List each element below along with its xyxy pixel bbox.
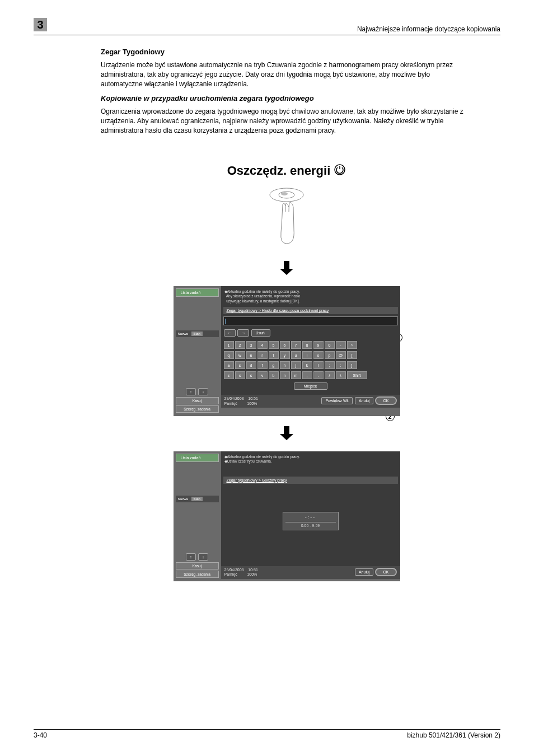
key-9[interactable]: 9 [313,341,324,349]
key-][interactable]: ] [347,361,357,369]
breadcrumb-bar: Zegar tygodniowy > Godziny pracy [223,477,398,484]
subsection-title: Kopiowanie w przypadku uruchomienia zega… [101,94,472,102]
key-z[interactable]: z [224,371,234,379]
key-c[interactable]: c [246,371,256,379]
key--[interactable]: - [336,341,346,349]
time-input[interactable]: -:-- 0:05 - 9:59 [283,512,339,530]
key-^[interactable]: ^ [347,341,357,349]
key-k[interactable]: k [302,361,312,369]
info-message: ◆Aktualna godzina nie należy do godzin p… [223,288,398,305]
key-j[interactable]: j [291,361,301,369]
key-0[interactable]: 0 [325,341,335,349]
status-date: 29/04/2008 [224,396,244,400]
key-u[interactable]: u [291,351,301,359]
job-list-button[interactable]: Lista zadań [176,454,219,462]
key-4[interactable]: 4 [257,341,268,349]
finger-press-illustration [101,185,472,248]
key-y[interactable]: y [280,351,290,359]
key-e[interactable]: e [246,351,256,359]
key-:[interactable]: : [336,361,346,369]
key-l[interactable]: l [313,361,324,369]
key-h[interactable]: h [280,361,290,369]
power-icon [334,164,346,179]
sidebar-col-name: Nazwa [176,332,190,336]
product-name: bizhub 501/421/361 (Version 2) [407,731,500,739]
sidebar-col-name: Nazwa [176,497,190,501]
keyboard-delete-button[interactable]: Usuń [251,329,270,337]
password-input[interactable]: | [223,316,398,325]
arrow-left-button[interactable]: ← [224,329,236,337]
breadcrumb-bar: Zegar tygodniowy > Hasło dla czasu poza … [223,307,398,314]
key-;[interactable]: ; [325,361,335,369]
job-details-button[interactable]: Szczeg. zadania [176,405,219,413]
key-m[interactable]: m [291,371,301,379]
cancel-button[interactable]: Anuluj [355,397,373,404]
key-f[interactable]: f [257,361,268,369]
key-p[interactable]: p [325,351,335,359]
page-number: 3-40 [34,731,47,739]
nav-up-button[interactable]: ↑ [186,553,196,561]
page-footer: 3-40 bizhub 501/421/361 (Version 2) [34,729,500,739]
section-title: Zegar Tygodniowy [101,48,472,56]
key-[[interactable]: [ [347,351,357,359]
keyboard-row-1: 1234567890-^ [223,340,398,349]
arrow-down-icon [101,424,472,443]
memory-label: Pamięć [224,572,237,576]
key-q[interactable]: q [224,351,234,359]
key-2[interactable]: 2 [235,341,245,349]
key-3[interactable]: 3 [246,341,256,349]
delete-button[interactable]: Kasuj [176,562,219,570]
key-d[interactable]: d [246,361,256,369]
delete-button[interactable]: Kasuj [176,397,219,404]
svg-point-3 [281,192,288,195]
status-date: 29/04/2008 [224,568,244,572]
key-5[interactable]: 5 [269,341,279,349]
sidebar-col-status: Stan [191,332,203,336]
key-i[interactable]: i [302,351,312,359]
key-x[interactable]: x [235,371,245,379]
ok-button[interactable]: OK [375,396,396,405]
status-time: 10:51 [248,396,258,400]
paragraph-2: Ograniczenia wprowadzone do zegara tygod… [101,107,472,135]
key-t[interactable]: t [269,351,279,359]
sidebar-col-status: Stan [191,497,203,501]
info-message: ◆Aktualna godzina nie należy do godzin p… [223,454,398,465]
space-button[interactable]: Miejsce [294,382,327,390]
key-v[interactable]: v [257,371,268,379]
key-1[interactable]: 1 [224,341,234,349]
ok-button[interactable]: OK [375,568,396,576]
arrow-right-button[interactable]: → [237,329,249,337]
memory-value: 100% [247,572,257,576]
memory-value: 100% [247,402,257,405]
enlarge-button[interactable]: Powiększ Wł. [321,397,353,404]
keyboard-row-2: qwertyuiop@[ [223,351,398,360]
energy-save-label: Oszczędz. energii [101,164,472,179]
memory-label: Pamięć [224,402,237,405]
key-6[interactable]: 6 [280,341,290,349]
screenshot-1: Lista zadań Nazwa Stan ↑ ↓ Kasuj Szczeg.… [174,286,400,416]
nav-down-button[interactable]: ↓ [198,553,208,561]
cancel-button[interactable]: Anuluj [355,568,373,576]
key-o[interactable]: o [313,351,324,359]
key-8[interactable]: 8 [302,341,312,349]
key-shift[interactable]: Shift [347,371,367,379]
key-s[interactable]: s [235,361,245,369]
nav-down-button[interactable]: ↓ [198,388,208,395]
key-.[interactable]: . [313,371,324,379]
key-n[interactable]: n [280,371,290,379]
key-7[interactable]: 7 [291,341,301,349]
key-@[interactable]: @ [336,351,346,359]
job-list-button[interactable]: Lista zadań [176,288,219,297]
paragraph-1: Urządzenie może być ustawione automatycz… [101,60,472,88]
key-g[interactable]: g [269,361,279,369]
nav-up-button[interactable]: ↑ [186,388,196,395]
key-,[interactable]: , [302,371,312,379]
key-/[interactable]: / [325,371,335,379]
key-\[interactable]: \ [336,371,346,379]
job-details-button[interactable]: Szczeg. zadania [176,571,219,578]
key-b[interactable]: b [269,371,279,379]
page-header-breadcrumb: Najważniejsze informacje dotyczące kopio… [34,25,500,35]
key-a[interactable]: a [224,361,234,369]
key-r[interactable]: r [257,351,268,359]
key-w[interactable]: w [235,351,245,359]
